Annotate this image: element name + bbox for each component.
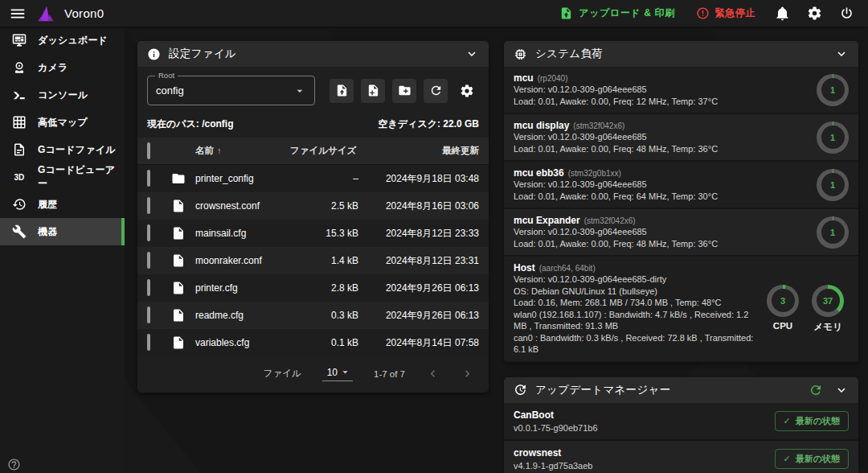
mcu-version: Version: v0.12.0-309-g064eee685 bbox=[514, 84, 817, 96]
mcu-entry: mcu display(stm32f042x6) Version: v0.12.… bbox=[504, 114, 858, 162]
file-modified: 2024年8月12日 23:31 bbox=[358, 254, 479, 268]
sidebar-item-history[interactable]: 履歴 bbox=[0, 191, 125, 218]
host-wlan: wlan0 (192.168.1.107) : Bandwidth: 4.7 k… bbox=[514, 309, 755, 332]
check-icon: ✓ bbox=[784, 454, 791, 464]
select-all-checkbox[interactable] bbox=[147, 142, 150, 159]
per-page-select[interactable]: 10 bbox=[322, 366, 353, 381]
mcu-chip-type: (rp2040) bbox=[538, 74, 568, 83]
row-checkbox[interactable] bbox=[147, 252, 150, 269]
file-row[interactable]: mainsail.cfg 15.3 kB 2024年8月12日 23:33 bbox=[137, 220, 489, 247]
next-page-icon[interactable] bbox=[461, 367, 474, 380]
file-size: 2.5 kB bbox=[288, 200, 358, 212]
host-os: OS: Debian GNU/Linux 11 (bullseye) bbox=[514, 286, 755, 298]
cpu-gauge: 3 bbox=[767, 285, 799, 317]
upload-file-button[interactable] bbox=[330, 79, 354, 103]
file-size: 15.3 kB bbox=[288, 228, 358, 239]
root-select[interactable]: Root config bbox=[147, 76, 315, 105]
file-plus-icon bbox=[366, 84, 380, 97]
emergency-stop-button[interactable]: 緊急停止 bbox=[688, 0, 764, 27]
sidebar-item-machine[interactable]: 機器 bbox=[0, 218, 125, 245]
sidebar-item-gcode-files[interactable]: Gコードファイル bbox=[0, 136, 125, 163]
emergency-stop-label: 緊急停止 bbox=[715, 6, 755, 20]
file-modified: 2024年9月18日 03:48 bbox=[358, 172, 479, 186]
sidebar-label-machine: 機器 bbox=[38, 225, 57, 239]
host-version: Version: v0.12.0-309-g064eee685-dirty bbox=[514, 274, 755, 286]
sidebar-item-gcode-viewer[interactable]: 3D Gコードビューアー bbox=[0, 163, 125, 191]
row-checkbox[interactable] bbox=[147, 224, 150, 241]
sidebar-label-history: 履歴 bbox=[38, 198, 57, 212]
notifications-button[interactable] bbox=[768, 0, 796, 27]
file-row[interactable]: readme.cfg 0.3 kB 2024年9月26日 06:13 bbox=[137, 302, 489, 329]
sidebar-label-gcode-files: Gコードファイル bbox=[38, 143, 116, 157]
file-row[interactable]: printer.cfg 2.8 kB 2024年9月26日 06:13 bbox=[137, 274, 489, 302]
create-folder-button[interactable] bbox=[392, 79, 416, 103]
row-checkbox[interactable] bbox=[147, 306, 150, 323]
update-manager-title: アップデートマネージャー bbox=[535, 383, 800, 397]
check-updates-refresh-icon[interactable] bbox=[809, 383, 823, 397]
hamburger-menu-icon[interactable] bbox=[0, 0, 35, 27]
column-name[interactable]: 名前↑ bbox=[195, 145, 288, 157]
file-modified: 2024年8月12日 23:33 bbox=[358, 227, 479, 241]
help-button[interactable] bbox=[7, 458, 21, 471]
sidebar-item-camera[interactable]: カメラ bbox=[0, 54, 125, 81]
main-content: 設定ファイル Root config bbox=[125, 27, 868, 473]
config-files-header: 設定ファイル bbox=[137, 41, 489, 67]
load-gauge: 1 bbox=[817, 74, 849, 106]
files-toolbar: Root config bbox=[137, 67, 489, 113]
upload-and-print-button[interactable]: アップロード & 印刷 bbox=[551, 0, 682, 27]
mcu-load: Load: 0.01, Awake: 0.00, Freq: 64 MHz, T… bbox=[514, 191, 817, 203]
path-row: 現在のパス: /config 空きディスク: 22.0 GB bbox=[137, 113, 489, 138]
interface-settings-button[interactable] bbox=[800, 0, 828, 27]
previous-page-icon[interactable] bbox=[426, 367, 440, 380]
row-checkbox[interactable] bbox=[147, 279, 150, 296]
system-load-header: システム負荷 bbox=[504, 41, 858, 67]
memory-gauge-value: 37 bbox=[817, 289, 840, 312]
config-files-title: 設定ファイル bbox=[169, 47, 457, 61]
collapse-chevron-icon[interactable] bbox=[465, 47, 479, 61]
top-app-bar: Voron0 アップロード & 印刷 緊急停止 bbox=[0, 0, 868, 27]
file-name: variables.cfg bbox=[195, 337, 288, 348]
update-manager-panel: アップデートマネージャー CanBoot v0.0.1-75-g90eb71b6… bbox=[504, 377, 858, 473]
3d-viewer-icon: 3D bbox=[11, 173, 27, 182]
row-checkbox[interactable] bbox=[147, 170, 150, 187]
collapse-chevron-icon[interactable] bbox=[834, 383, 849, 397]
sort-arrow-icon: ↑ bbox=[217, 146, 222, 155]
file-row[interactable]: crowsnest.conf 2.5 kB 2024年8月16日 03:06 bbox=[137, 192, 489, 220]
file-name: mainsail.cfg bbox=[195, 228, 288, 239]
sidebar-item-dashboard[interactable]: ダッシュボード bbox=[0, 27, 125, 54]
host-load: Load: 0.16, Mem: 268.1 MB / 734.0 MB , T… bbox=[514, 297, 755, 309]
host-name: Host(aarch64, 64bit) bbox=[514, 262, 755, 274]
load-gauge-value: 1 bbox=[821, 220, 845, 244]
file-row[interactable]: moonraker.conf 1.4 kB 2024年8月12日 23:31 bbox=[137, 247, 489, 274]
power-button[interactable] bbox=[833, 0, 860, 27]
info-icon bbox=[147, 47, 161, 61]
per-page-label: ファイル bbox=[264, 368, 301, 380]
root-select-value: config bbox=[156, 84, 293, 97]
file-upload-icon bbox=[335, 84, 349, 97]
file-row[interactable]: printer_config – 2024年9月18日 03:48 bbox=[137, 165, 489, 192]
collapse-chevron-icon[interactable] bbox=[834, 47, 849, 61]
up-to-date-button[interactable]: ✓ 最新の状態 bbox=[775, 411, 849, 431]
console-icon bbox=[11, 88, 27, 102]
host-arch: (aarch64, 64bit) bbox=[539, 264, 596, 273]
row-checkbox[interactable] bbox=[147, 197, 150, 214]
sidebar-item-heightmap[interactable]: 高低マップ bbox=[0, 109, 125, 136]
sidebar-item-console[interactable]: コンソール bbox=[0, 81, 125, 109]
update-item-version: v0.0.1-75-g90eb71b6 bbox=[514, 423, 775, 433]
help-circle-icon bbox=[7, 458, 21, 471]
refresh-files-button[interactable] bbox=[424, 79, 448, 103]
update-manager-header: アップデートマネージャー bbox=[504, 377, 858, 403]
update-item-name: crowsnest bbox=[514, 447, 775, 459]
up-to-date-button[interactable]: ✓ 最新の状態 bbox=[775, 449, 849, 469]
update-item: crowsnest v4.1.9-1-gd75a3aeb ✓ 最新の状態 bbox=[504, 441, 858, 473]
column-modified[interactable]: 最終更新 bbox=[358, 145, 479, 157]
files-settings-button[interactable] bbox=[455, 79, 479, 103]
mcu-name: mcu ebb36(stm32g0b1xx) bbox=[514, 167, 817, 179]
row-checkbox[interactable] bbox=[147, 334, 150, 351]
column-size[interactable]: ファイルサイズ bbox=[288, 145, 358, 157]
create-file-button[interactable] bbox=[361, 79, 385, 103]
file-row[interactable]: variables.cfg 0.1 kB 2024年8月14日 07:58 bbox=[137, 329, 489, 356]
mainsail-logo bbox=[37, 4, 58, 23]
load-gauge-value: 1 bbox=[821, 173, 845, 196]
load-gauge: 1 bbox=[817, 169, 849, 201]
